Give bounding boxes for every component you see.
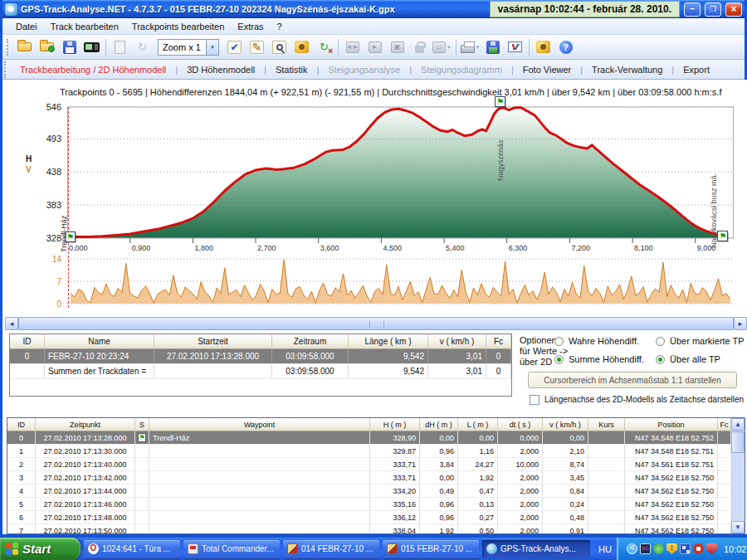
cell: 3,01 <box>428 364 486 379</box>
column-header-10[interactable]: Position <box>625 418 718 431</box>
taskbar-button-gps-track-analys-[interactable]: GPS-Track-Analys... <box>482 540 590 558</box>
cell: 3,45 <box>543 471 588 485</box>
edit-track-button[interactable] <box>223 37 246 57</box>
table-row[interactable]: Summen der Trackdaten =03:09:58.0009,542… <box>10 364 511 379</box>
radio-wahre-h-hendiff-[interactable] <box>554 337 564 346</box>
time-axis-checkbox[interactable] <box>530 395 540 405</box>
column-header-3[interactable]: Zeitraum <box>272 334 349 349</box>
tray-shield-y-icon[interactable] <box>666 543 677 554</box>
maximize-button[interactable] <box>705 2 721 17</box>
cell <box>588 445 625 458</box>
trackpoint-row[interactable]: 127.02.2010 17:13:30.000329,870,961,162,… <box>7 445 745 458</box>
trackpoint-row[interactable]: 527.02.2010 17:13:46.000335,160,960,132,… <box>7 498 745 511</box>
toolbar-grip[interactable] <box>7 39 10 56</box>
column-header-6[interactable]: L ( m ) <box>458 418 498 431</box>
column-header-1[interactable]: Zeitpunkt <box>36 418 135 431</box>
column-header-3[interactable]: Waypoint <box>149 418 370 431</box>
radio-summe-h-hendiff-[interactable] <box>554 355 564 364</box>
cell <box>149 524 370 534</box>
save-button[interactable] <box>58 37 81 57</box>
trackpoint-row[interactable]: 427.02.2010 17:13:44.000334,200,490,472,… <box>7 485 745 498</box>
column-header-1[interactable]: Name <box>45 334 154 349</box>
tab-track-verwaltung[interactable]: Track-Verwaltung <box>583 61 671 78</box>
menu-item-0[interactable]: Datei <box>9 20 44 33</box>
tray-network-icon[interactable] <box>680 543 691 554</box>
tabbar-grip[interactable] <box>4 61 7 78</box>
radio--ber-alle-tp[interactable] <box>656 355 665 364</box>
scrollbar-thumb[interactable] <box>18 317 734 330</box>
column-header-7[interactable]: dt ( s ) <box>498 418 543 431</box>
radio--ber-markierte-tp[interactable] <box>656 337 665 346</box>
tab-3d-h-henmodell[interactable]: 3D Höhenmodell <box>178 61 264 78</box>
media-button[interactable] <box>532 37 554 57</box>
column-header-0[interactable]: ID <box>7 418 36 431</box>
taskbar-button-015-febr-27-10-[interactable]: 015 FEBR-27-10 ... <box>383 540 479 558</box>
tab-foto-viewer[interactable]: Foto Viewer <box>514 61 581 78</box>
vertical-scrollbar[interactable]: ▲ ▼ <box>731 418 745 533</box>
scroll-left-button[interactable]: ◄ <box>5 317 18 330</box>
tab-trackbearbeitung-2d-h-henmodell[interactable]: Trackbearbeitung / 2D Höhenmodell <box>11 61 175 78</box>
column-header-0[interactable]: ID <box>10 334 45 349</box>
speed-tick-label: 7 <box>40 277 61 286</box>
scroll-right-button[interactable]: ► <box>734 317 747 330</box>
open-merge-button[interactable] <box>36 37 58 57</box>
menu-item-3[interactable]: Extras <box>231 20 270 33</box>
tray-chevron-icon[interactable] <box>627 543 637 554</box>
column-header-6[interactable]: Fc <box>486 334 511 349</box>
cell <box>588 524 625 534</box>
tray-green-icon[interactable] <box>653 543 664 554</box>
tray-update-icon[interactable] <box>693 543 704 554</box>
column-header-9[interactable]: Kurs <box>588 418 625 431</box>
reload-button[interactable] <box>313 37 335 57</box>
trackpoint-row[interactable]: 327.02.2010 17:13:42.000333,710,001,922,… <box>7 471 745 485</box>
chart-header-text: Trackpoints 0 - 5695 | Höhendifferenzen … <box>60 87 721 97</box>
menu-item-4[interactable]: ? <box>271 20 289 33</box>
taskbar-button-014-febr-27-10-[interactable]: 014 FEBR-27-10 ... <box>283 540 379 558</box>
taskbar-button-total-commander-[interactable]: Total Commander... <box>183 540 280 558</box>
column-header-2[interactable]: S <box>135 418 149 431</box>
gps-transfer-button[interactable] <box>81 37 103 57</box>
inspect-button[interactable] <box>268 37 290 57</box>
column-header-4[interactable]: H ( m ) <box>370 418 420 431</box>
horizontal-scrollbar[interactable]: ◄ ► <box>5 317 747 330</box>
cell: 0,000 <box>498 431 543 445</box>
tools-button[interactable] <box>290 37 313 57</box>
column-header-5[interactable]: v ( km/h ) <box>428 334 486 349</box>
trackpoint-row[interactable]: 727.02.2010 17:13:50.000338,041,920,502,… <box>7 524 745 534</box>
open-file-button[interactable] <box>13 37 36 57</box>
table-row[interactable]: 0FEBR-27-10 20:23:2427.02.2010 17:13:28.… <box>10 349 511 364</box>
close-button[interactable] <box>725 2 742 17</box>
scrollbar-thumb[interactable] <box>731 431 745 453</box>
column-header-11[interactable]: Fc <box>718 418 731 431</box>
scroll-up-button[interactable]: ▲ <box>731 418 745 431</box>
column-header-2[interactable]: Startzeit <box>154 334 272 349</box>
trackpoint-row[interactable]: 027.02.2010 17:13:28.000Trendl-Ház328,90… <box>7 431 745 445</box>
elevation-tick-label: 383 <box>37 200 61 210</box>
column-header-5[interactable]: dH ( m ) <box>420 418 458 431</box>
print-button[interactable]: ▼ <box>459 37 481 57</box>
minimize-button[interactable] <box>684 2 701 17</box>
help-button[interactable] <box>554 37 577 57</box>
column-header-4[interactable]: Länge ( km ) <box>349 334 428 349</box>
taskbar-button-1024-641-t-ra-[interactable]: 1024:641 - Túra ... <box>84 540 180 558</box>
save-image-button[interactable] <box>481 37 504 57</box>
scroll-down-button[interactable]: ▼ <box>731 521 745 533</box>
chevron-down-icon[interactable]: ▼ <box>476 45 481 50</box>
table-header-row: IDNameStartzeitZeitraumLänge ( km )v ( k… <box>10 334 511 349</box>
tray-monitor-icon[interactable] <box>640 543 651 554</box>
menu-item-2[interactable]: Trackpoints bearbeiten <box>125 20 232 33</box>
chevron-down-icon[interactable] <box>206 40 218 55</box>
edit-trackpoints-button[interactable] <box>246 37 268 57</box>
start-button[interactable]: Start <box>0 538 81 560</box>
tab-statistik[interactable]: Statistik <box>266 61 317 78</box>
tab-export[interactable]: Export <box>674 61 719 78</box>
cursor-range-button[interactable]: Cursorbereich im Achsenmaßstab 1:1 darst… <box>528 372 737 388</box>
trackpoint-row[interactable]: 227.02.2010 17:13:40.000333,713,8424,271… <box>7 458 745 471</box>
diagram-button[interactable] <box>504 37 526 57</box>
language-indicator[interactable]: HU <box>598 544 612 554</box>
menu-item-1[interactable]: Track bearbeiten <box>44 20 125 33</box>
trackpoint-row[interactable]: 627.02.2010 17:13:48.000336,120,960,272,… <box>7 511 745 524</box>
tray-shield-r-icon[interactable] <box>706 543 717 554</box>
column-header-8[interactable]: v ( km/h ) <box>543 418 588 431</box>
zoom-select[interactable]: Zoom x 1 <box>158 39 219 56</box>
